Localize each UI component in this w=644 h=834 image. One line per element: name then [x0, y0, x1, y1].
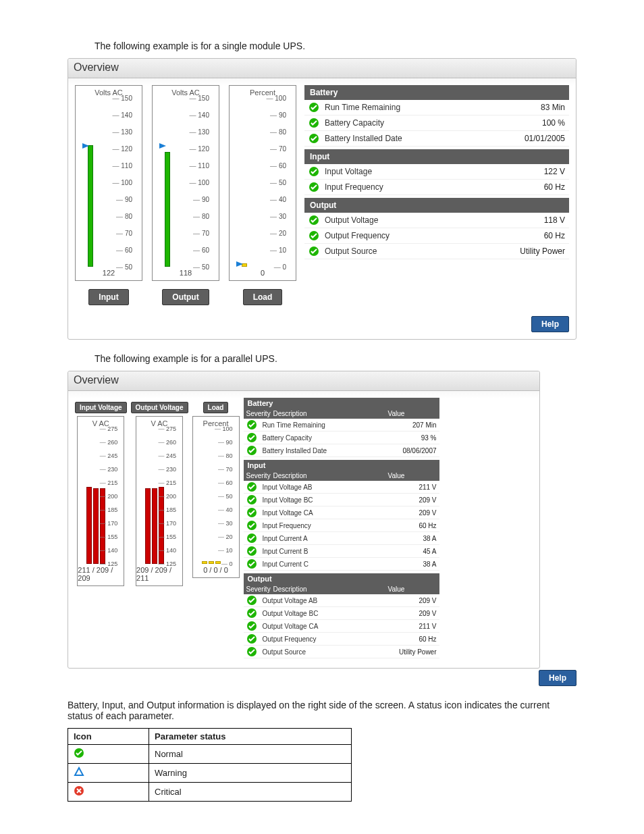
stat-desc: Run Time Remaining [325, 103, 541, 112]
stat-desc: Output Voltage CA [263, 623, 419, 630]
stat-row: Run Time Remaining83 Min [304, 100, 569, 115]
warn-icon [74, 766, 84, 777]
stat-desc: Input Frequency [263, 522, 419, 529]
gauge-tab-button[interactable]: Input Voltage [75, 402, 127, 413]
stat-desc: Battery Capacity [325, 118, 542, 128]
svg-marker-0 [82, 143, 89, 149]
stat-row: Output Voltage AB209 V [244, 594, 439, 607]
stat-row: Output Frequency60 Hz [304, 228, 569, 244]
stat-desc: Battery Capacity [263, 434, 421, 442]
stat-value: Utility Power [399, 648, 437, 656]
crit-icon [74, 785, 84, 796]
gauge-tab-button[interactable]: Load [203, 402, 229, 413]
status-icon-cell [68, 783, 149, 802]
status-label-cell: Critical [149, 783, 352, 802]
ok-icon [246, 445, 257, 456]
overview-panel-single: Overview Volts AC15014013012011010090807… [68, 58, 576, 340]
group-header: Battery [244, 398, 439, 409]
stat-desc: Input Voltage [325, 167, 544, 176]
gauge: Percent10090807060504030201000 / 0 / 0 [192, 416, 240, 578]
column-headers: SeverityDescriptionValue [244, 409, 439, 419]
status-icon-cell [68, 745, 149, 764]
gauge: Volts AC1501401301201101009080706050122 [75, 85, 142, 281]
status-label-cell: Warning [149, 764, 352, 783]
stat-row: Run Time Remaining207 Min [244, 419, 439, 432]
stat-desc: Input Current B [263, 548, 423, 555]
stat-value: Utility Power [520, 246, 565, 256]
panel-title-single: Overview [68, 59, 576, 78]
stat-desc: Input Voltage CA [263, 509, 419, 517]
stat-desc: Output Frequency [325, 231, 544, 240]
status-label-cell: Normal [149, 745, 352, 764]
ok-icon [246, 558, 257, 569]
stat-value: 60 Hz [419, 522, 436, 529]
stat-value: 211 V [419, 623, 436, 630]
stat-row: Input Current B45 A [244, 545, 439, 558]
stat-value: 209 V [419, 610, 436, 617]
stat-value: 60 Hz [544, 231, 565, 240]
panel-title-parallel: Overview [68, 371, 539, 391]
svg-marker-1 [159, 143, 166, 149]
ok-icon [308, 166, 319, 177]
stat-row: Input Current C38 A [244, 558, 439, 571]
gauge-tab-button[interactable]: Output [162, 289, 209, 305]
gauge-value: 0 [261, 267, 265, 279]
gauge-tab-button[interactable]: Output Voltage [131, 402, 188, 413]
stat-row: Battery Capacity100 % [304, 115, 569, 131]
stat-desc: Output Voltage AB [263, 597, 419, 604]
group-header: Output [304, 198, 569, 213]
stat-desc: Input Current A [263, 535, 423, 542]
ok-icon [246, 608, 257, 619]
col-status-header: Parameter status [149, 729, 352, 745]
stat-value: 209 V [419, 597, 436, 604]
stat-row: Input Voltage AB211 V [244, 481, 439, 494]
stat-row: Input Voltage CA209 V [244, 506, 439, 519]
ok-icon [308, 246, 319, 257]
stat-value: 118 V [544, 215, 565, 225]
ok-icon [246, 533, 257, 544]
stat-desc: Output Frequency [263, 635, 419, 643]
ok-icon [308, 118, 319, 128]
stat-value: 93 % [421, 434, 437, 442]
stat-desc: Battery Installed Date [325, 134, 525, 143]
intro-parallel: The following example is for a parallel … [95, 353, 576, 364]
group-header: Input [304, 149, 569, 164]
gauge-tab-button[interactable]: Input [88, 289, 128, 305]
intro-single: The following example is for a single mo… [95, 41, 576, 51]
help-button[interactable]: Help [531, 316, 569, 332]
stat-value: 209 V [419, 509, 436, 517]
stat-value: 83 Min [541, 103, 565, 112]
stat-row: Output Voltage118 V [304, 213, 569, 228]
stat-desc: Input Voltage BC [263, 496, 419, 504]
column-headers: SeverityDescriptionValue [244, 584, 439, 594]
stat-value: 100 % [542, 118, 565, 128]
help-button-parallel[interactable]: Help [539, 670, 576, 686]
ok-icon [246, 646, 257, 657]
ok-icon [308, 133, 319, 144]
stat-value: 207 Min [412, 421, 437, 429]
stat-row: Input Voltage BC209 V [244, 494, 439, 506]
stat-row: Output Voltage CA211 V [244, 620, 439, 633]
ok-icon [246, 520, 257, 531]
ok-icon [74, 748, 84, 758]
gauge: Volts AC1501401301201101009080706050118 [152, 85, 219, 281]
stat-value: 38 A [423, 561, 436, 568]
gauge: V AC275260245230215200185170155140125211… [77, 416, 124, 586]
gauge: Percent10090807060504030201000 [229, 85, 296, 281]
stat-value: 38 A [423, 535, 436, 542]
col-icon-header: Icon [68, 729, 149, 745]
stat-value: 45 A [423, 548, 436, 555]
gauge-tab-button[interactable]: Load [243, 289, 283, 305]
stat-desc: Input Frequency [325, 182, 544, 192]
ok-icon [246, 432, 257, 443]
ok-icon [308, 230, 319, 241]
stat-desc: Input Voltage AB [263, 484, 419, 491]
stat-value: 08/06/2007 [402, 447, 436, 454]
stat-value: 122 V [544, 167, 565, 176]
ok-icon [246, 507, 257, 518]
stat-value: 60 Hz [544, 182, 565, 192]
stat-row: Input Frequency60 Hz [244, 519, 439, 532]
stat-value: 01/01/2005 [525, 134, 565, 143]
intro-status: Battery, Input, and Output information i… [68, 700, 576, 721]
ok-icon [246, 546, 257, 556]
